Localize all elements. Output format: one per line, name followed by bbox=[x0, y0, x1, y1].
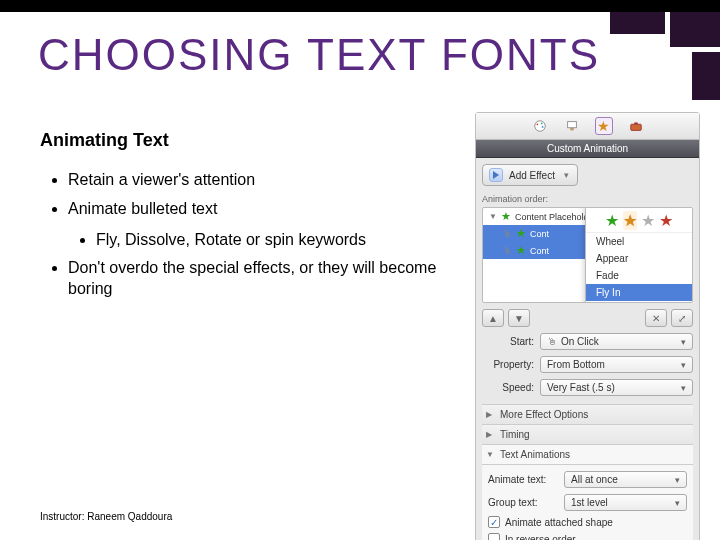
svg-point-0 bbox=[534, 121, 545, 132]
bullet-item: Don't overdo the special effects, or the… bbox=[68, 258, 460, 300]
reverse-order-checkbox[interactable] bbox=[488, 533, 500, 540]
chevron-updown-icon: ▾ bbox=[681, 337, 686, 347]
expand-button[interactable]: ⤢ bbox=[671, 309, 693, 327]
speed-label: Speed: bbox=[482, 382, 534, 393]
mouse-icon: 🖱 bbox=[503, 229, 512, 239]
disclosure-triangle-icon: ▶ bbox=[486, 430, 495, 439]
property-label: Property: bbox=[482, 359, 534, 370]
svg-point-3 bbox=[541, 126, 543, 128]
svg-rect-7 bbox=[634, 123, 638, 125]
paint-icon[interactable] bbox=[563, 117, 581, 135]
disclosure-triangle-icon: ▶ bbox=[486, 410, 495, 419]
svg-rect-6 bbox=[630, 124, 641, 130]
svg-rect-4 bbox=[567, 122, 576, 128]
mouse-icon: 🖱 bbox=[547, 336, 557, 347]
animate-attached-checkbox[interactable]: ✓ bbox=[488, 516, 500, 528]
bullet-text: Don't overdo the special effects, or the… bbox=[68, 259, 436, 297]
disclosure-triangle-icon: ▼ bbox=[486, 450, 495, 459]
mouse-icon: 🖱 bbox=[503, 246, 512, 256]
svg-point-1 bbox=[536, 123, 538, 125]
bullet-text: Animate bulleted text bbox=[68, 200, 217, 217]
effect-popup-menu: ★ ★ ★ ★ Wheel Appear Fade Fly In Peek In… bbox=[585, 207, 693, 303]
palette-icon[interactable] bbox=[531, 117, 549, 135]
section-label: Text Animations bbox=[500, 449, 570, 460]
timing-section[interactable]: ▶ Timing bbox=[482, 425, 693, 445]
move-up-button[interactable]: ▲ bbox=[482, 309, 504, 327]
move-down-button[interactable]: ▼ bbox=[508, 309, 530, 327]
decor-block bbox=[670, 12, 720, 47]
panel-title: Custom Animation bbox=[476, 140, 699, 158]
top-black-bar bbox=[0, 0, 720, 12]
toolbox-icon[interactable] bbox=[627, 117, 645, 135]
tree-item-label: Cont bbox=[530, 246, 549, 256]
checkbox-label: In reverse order bbox=[505, 534, 576, 541]
decor-block bbox=[692, 52, 720, 100]
start-label: Start: bbox=[482, 336, 534, 347]
entrance-category-icon[interactable]: ★ bbox=[605, 211, 619, 230]
effect-option[interactable]: Peek In bbox=[586, 301, 692, 303]
property-value: From Bottom bbox=[547, 359, 605, 370]
animation-order-list[interactable]: ▼ ★ Content Placeholder › 🖱 ★ Cont 🖱 ★ C… bbox=[482, 207, 693, 303]
text-animations-body: Animate text: All at once ▾ Group text: … bbox=[482, 465, 693, 540]
corner-decoration bbox=[600, 12, 720, 102]
bullet-item: Fly, Dissolve, Rotate or spin keywords bbox=[68, 230, 460, 251]
property-select[interactable]: From Bottom ▾ bbox=[540, 356, 693, 373]
bullet-item: Animate bulleted text bbox=[68, 199, 460, 220]
text-animations-section[interactable]: ▼ Text Animations bbox=[482, 445, 693, 465]
bullet-item: Retain a viewer's attention bbox=[68, 170, 460, 191]
group-text-select[interactable]: 1st level ▾ bbox=[564, 494, 687, 511]
panel-toolbar: ★ bbox=[476, 113, 699, 140]
exit-category-icon[interactable]: ★ bbox=[659, 211, 673, 230]
chevron-updown-icon: ▾ bbox=[681, 360, 686, 370]
decor-block bbox=[610, 12, 665, 34]
entrance-star-icon: ★ bbox=[516, 227, 526, 240]
animation-star-icon[interactable]: ★ bbox=[595, 117, 613, 135]
tree-item-label: Cont bbox=[530, 229, 549, 239]
add-effect-label: Add Effect bbox=[509, 170, 555, 181]
chevron-down-icon: ▾ bbox=[564, 170, 569, 180]
speed-select[interactable]: Very Fast (.5 s) ▾ bbox=[540, 379, 693, 396]
svg-rect-5 bbox=[570, 128, 574, 131]
disclosure-triangle-icon[interactable]: ▼ bbox=[489, 212, 497, 221]
animate-text-select[interactable]: All at once ▾ bbox=[564, 471, 687, 488]
section-label: Timing bbox=[500, 429, 530, 440]
speed-value: Very Fast (.5 s) bbox=[547, 382, 615, 393]
effect-option[interactable]: Wheel bbox=[586, 233, 692, 250]
chevron-updown-icon: ▾ bbox=[675, 475, 680, 485]
svg-point-2 bbox=[540, 123, 542, 125]
start-value: On Click bbox=[561, 336, 599, 347]
effect-option-selected[interactable]: Fly In bbox=[586, 284, 692, 301]
entrance-star-icon: ★ bbox=[516, 244, 526, 257]
effect-option[interactable]: Appear bbox=[586, 250, 692, 267]
animate-text-label: Animate text: bbox=[488, 474, 558, 485]
chevron-updown-icon: ▾ bbox=[681, 383, 686, 393]
effect-option[interactable]: Fade bbox=[586, 267, 692, 284]
animate-text-value: All at once bbox=[571, 474, 618, 485]
sub-bullet-item: Fly, Dissolve, Rotate or spin keywords bbox=[96, 230, 460, 251]
group-text-value: 1st level bbox=[571, 497, 608, 508]
bullet-text: Fly, Dissolve, Rotate or spin keywords bbox=[96, 231, 366, 248]
slide-title: CHOOSING TEXT FONTS bbox=[38, 30, 600, 80]
slide-subheading: Animating Text bbox=[40, 130, 169, 151]
more-effect-options-section[interactable]: ▶ More Effect Options bbox=[482, 405, 693, 425]
add-effect-button[interactable]: Add Effect ▾ bbox=[482, 164, 578, 186]
slide-body: Retain a viewer's attention Animate bull… bbox=[40, 160, 460, 308]
chevron-updown-icon: ▾ bbox=[675, 498, 680, 508]
animation-order-label: Animation order: bbox=[482, 194, 693, 204]
section-label: More Effect Options bbox=[500, 409, 588, 420]
effect-category-row: ★ ★ ★ ★ bbox=[586, 207, 692, 233]
play-icon bbox=[489, 168, 503, 182]
group-text-label: Group text: bbox=[488, 497, 558, 508]
checkbox-label: Animate attached shape bbox=[505, 517, 613, 528]
custom-animation-panel: ★ Custom Animation Add Effect ▾ Animatio… bbox=[475, 112, 700, 540]
bullet-text: Retain a viewer's attention bbox=[68, 171, 255, 188]
delete-button[interactable]: ✕ bbox=[645, 309, 667, 327]
footer-instructor: Instructor: Raneem Qaddoura bbox=[40, 511, 172, 522]
entrance-star-icon: ★ bbox=[501, 210, 511, 223]
motion-category-icon[interactable]: ★ bbox=[641, 211, 655, 230]
emphasis-category-icon[interactable]: ★ bbox=[623, 211, 637, 230]
start-select[interactable]: 🖱On Click ▾ bbox=[540, 333, 693, 350]
